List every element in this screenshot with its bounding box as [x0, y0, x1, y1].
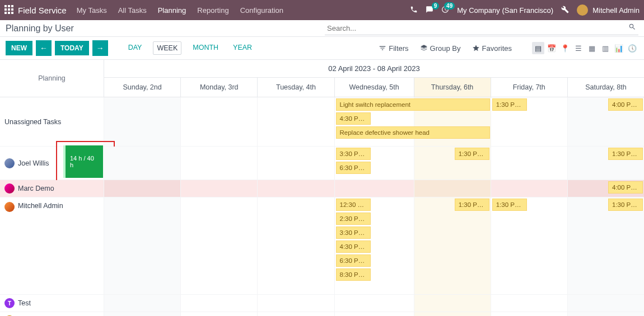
cell-test-mon[interactable] — [180, 295, 257, 312]
user-menu[interactable]: Mitchell Admin — [577, 4, 640, 16]
view-calendar-icon[interactable]: 📅 — [545, 42, 558, 54]
cell-joel-thu[interactable]: 1:30 PM - ... — [414, 147, 491, 180]
view-activity-icon[interactable]: 🕔 — [626, 42, 638, 54]
task-joel-sat[interactable]: 1:30 PM - ... — [608, 148, 643, 160]
task-unassigned-wed-2[interactable]: 4:30 PM - ... — [336, 112, 371, 125]
cell-mitchell-sun[interactable] — [104, 197, 180, 295]
new-button[interactable]: NEW — [6, 41, 32, 55]
task-mitchell-wed-6[interactable]: 8:30 PM - ... — [336, 268, 371, 281]
filters-button[interactable]: Filters — [379, 44, 408, 53]
cell-joel-fri[interactable] — [491, 147, 567, 180]
cell-marc-sat[interactable]: 4:00 PM - ... — [567, 180, 644, 197]
cell-mitchell-fri[interactable]: 1:30 PM - ... — [491, 197, 567, 295]
range-day[interactable]: DAY — [125, 41, 146, 55]
cell-test1-wed[interactable] — [334, 312, 414, 316]
prev-button[interactable]: ← — [36, 40, 52, 56]
task-mitchell-wed-1[interactable]: 12:30 PM ... — [336, 199, 371, 211]
cell-mitchell-tue[interactable] — [257, 197, 334, 295]
view-list-icon[interactable]: ☰ — [572, 42, 585, 54]
cell-marc-thu[interactable] — [414, 180, 491, 197]
cell-joel-mon[interactable] — [180, 147, 257, 180]
favorites-button[interactable]: Favorites — [472, 44, 512, 53]
cell-unassigned-sun[interactable] — [104, 97, 180, 147]
cell-joel-tue[interactable] — [257, 147, 334, 180]
groupby-button[interactable]: Group By — [420, 44, 461, 53]
capacity-badge-joel[interactable]: 14 h / 40 h — [63, 145, 103, 178]
cell-mitchell-sat[interactable]: 1:30 PM - ... — [567, 197, 644, 295]
task-mitchell-sat[interactable]: 1:30 PM - ... — [608, 199, 643, 211]
task-mitchell-wed-4[interactable]: 4:30 PM - ... — [336, 240, 371, 253]
task-unassigned-fri[interactable]: 1:30 PM - ... — [492, 98, 527, 111]
cell-unassigned-tue[interactable] — [257, 97, 334, 147]
task-unassigned-sat[interactable]: 4:00 PM - ... — [608, 98, 643, 111]
task-light-switch[interactable]: Light switch replacement — [336, 98, 490, 111]
task-mitchell-fri[interactable]: 1:30 PM - ... — [492, 199, 527, 211]
row-mitchell-label[interactable]: Mitchell Admin — [0, 197, 104, 295]
nav-reporting[interactable]: Reporting — [197, 6, 228, 15]
cell-test1-mon[interactable] — [180, 312, 257, 316]
nav-planning[interactable]: Planning — [158, 6, 186, 15]
task-joel-wed-2[interactable]: 6:30 PM - ... — [336, 162, 371, 174]
cell-unassigned-sat[interactable]: 4:00 PM - ... — [567, 97, 644, 147]
task-mitchell-wed-2[interactable]: 2:30 PM - ... — [336, 213, 371, 225]
task-joel-thu[interactable]: 1:30 PM - ... — [455, 148, 489, 160]
cell-marc-mon[interactable] — [180, 180, 257, 197]
task-mitchell-thu[interactable]: 1:30 PM - ... — [455, 199, 489, 211]
cell-test1-fri[interactable] — [491, 312, 567, 316]
nav-all-tasks[interactable]: All Tasks — [118, 6, 147, 15]
apps-launcher-icon[interactable] — [4, 5, 15, 15]
view-gantt-icon[interactable]: ▤ — [532, 42, 544, 54]
cell-joel-wed[interactable]: 3:30 PM - ... 6:30 PM - ... — [334, 147, 414, 180]
cell-unassigned-wed[interactable]: Light switch replacement 4:30 PM - ... R… — [334, 97, 414, 147]
view-kanban-icon[interactable]: ▦ — [586, 42, 598, 54]
range-month[interactable]: MONTH — [189, 41, 222, 55]
cell-test1-thu[interactable] — [414, 312, 491, 316]
row-test-label[interactable]: T Test — [0, 295, 104, 312]
view-pivot-icon[interactable]: ▥ — [599, 42, 612, 54]
cell-mitchell-thu[interactable]: 1:30 PM - ... — [414, 197, 491, 295]
cell-marc-sun[interactable] — [104, 180, 180, 197]
nav-configuration[interactable]: Configuration — [240, 6, 283, 15]
cell-joel-sun[interactable] — [104, 147, 180, 180]
cell-unassigned-fri[interactable]: 1:30 PM - ... — [491, 97, 567, 147]
cell-test1-sun[interactable] — [104, 312, 180, 316]
view-graph-icon[interactable]: 📊 — [613, 42, 625, 54]
cell-test1-sat[interactable] — [567, 312, 644, 316]
cell-test-tue[interactable] — [257, 295, 334, 312]
cell-test-sat[interactable] — [567, 295, 644, 312]
today-button[interactable]: TODAY — [55, 41, 89, 55]
range-year[interactable]: YEAR — [230, 41, 255, 55]
task-marc-sat[interactable]: 4:00 PM - ... — [608, 181, 643, 194]
row-marc-label[interactable]: Marc Demo — [0, 180, 104, 197]
cell-mitchell-mon[interactable] — [180, 197, 257, 295]
cell-unassigned-mon[interactable] — [180, 97, 257, 147]
cell-test-wed[interactable] — [334, 295, 414, 312]
view-map-icon[interactable]: 📍 — [559, 42, 571, 54]
row-unassigned-label[interactable]: Unassigned Tasks — [0, 97, 104, 147]
task-shower-head[interactable]: Replace defective shower head — [336, 126, 490, 139]
range-week[interactable]: WEEK — [153, 41, 181, 55]
cell-mitchell-wed[interactable]: 12:30 PM ... 2:30 PM - ... 3:30 PM - ...… — [334, 197, 414, 295]
activity-icon[interactable]: 49 — [441, 6, 449, 15]
row-test1-label[interactable]: T Test1 — [0, 312, 104, 316]
cell-marc-tue[interactable] — [257, 180, 334, 197]
cell-test-sun[interactable] — [104, 295, 180, 312]
cell-test-thu[interactable] — [414, 295, 491, 312]
search-icon[interactable] — [628, 23, 636, 32]
messages-icon[interactable]: 9 — [426, 6, 433, 15]
task-mitchell-wed-3[interactable]: 3:30 PM - ... — [336, 227, 371, 239]
task-mitchell-wed-5[interactable]: 6:30 PM - ... — [336, 254, 371, 267]
company-selector[interactable]: My Company (San Francisco) — [457, 6, 553, 15]
cell-test-fri[interactable] — [491, 295, 567, 312]
cell-joel-sat[interactable]: 1:30 PM - ... — [567, 147, 644, 180]
next-button[interactable]: → — [92, 40, 108, 56]
nav-my-tasks[interactable]: My Tasks — [77, 6, 107, 15]
phone-icon[interactable] — [410, 6, 418, 15]
row-joel-label[interactable]: Joel Willis 14 h / 40 h — [0, 147, 104, 180]
cell-marc-fri[interactable] — [491, 180, 567, 197]
cell-test1-tue[interactable] — [257, 312, 334, 316]
task-joel-wed-1[interactable]: 3:30 PM - ... — [336, 148, 371, 160]
cell-marc-wed[interactable] — [334, 180, 414, 197]
search-input[interactable] — [325, 22, 638, 35]
tools-icon[interactable] — [561, 6, 569, 15]
